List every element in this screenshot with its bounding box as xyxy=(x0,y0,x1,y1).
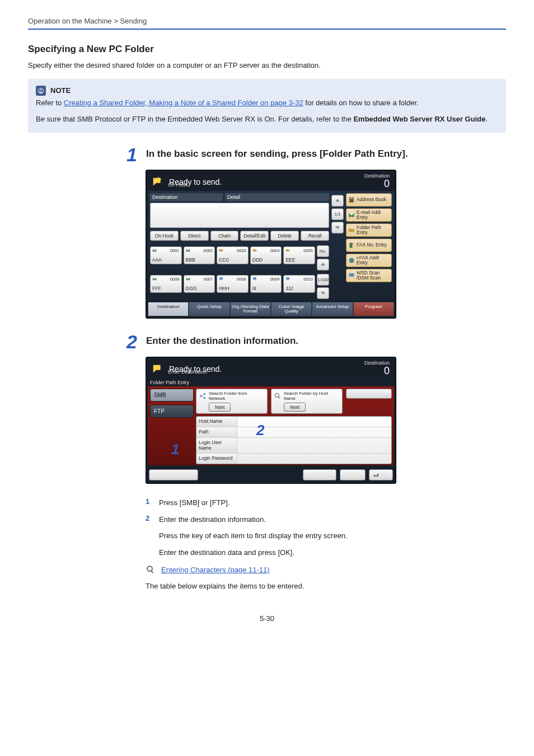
svg-point-12 xyxy=(349,258,354,263)
scroll-up[interactable] xyxy=(331,195,344,207)
field-value-host-name[interactable] xyxy=(237,417,391,427)
ready-subtitle-2: Enter Destination. xyxy=(168,369,208,375)
field-value-login-password[interactable] xyxy=(237,454,391,464)
pc-icon xyxy=(285,277,290,281)
pc-icon xyxy=(252,277,257,281)
mid-btn-recall[interactable]: Recall xyxy=(301,231,329,241)
substep-1-text: Press [SMB] or [FTP]. xyxy=(159,497,229,508)
scroll-up-2[interactable] xyxy=(317,259,329,270)
col-destination: Destination xyxy=(150,193,223,201)
tab-quick-setup[interactable]: Quick Setup xyxy=(189,302,229,317)
right-btn-icon xyxy=(348,197,355,203)
right-btn-address-book[interactable]: Address Book xyxy=(346,193,392,207)
field-value-login-user-name[interactable] xyxy=(237,438,391,453)
svg-rect-7 xyxy=(286,277,289,279)
svg-point-2 xyxy=(40,89,41,90)
step-2-number: 2 xyxy=(120,332,137,351)
mail-icon xyxy=(152,277,157,281)
shortcut-ggg[interactable]: 0007GGG xyxy=(184,275,216,293)
pc-icon xyxy=(219,277,223,281)
right-btn-icon xyxy=(348,257,355,264)
destination-list[interactable] xyxy=(150,203,329,228)
note-title: NOTE xyxy=(50,86,71,95)
scroll-down-2[interactable] xyxy=(317,287,329,299)
send-icon xyxy=(150,361,166,377)
shortcut-jjj[interactable]: 0010JJJ xyxy=(283,275,315,293)
next-dest-button[interactable]: Next Dest. xyxy=(303,469,336,480)
destination-count-2: 0 xyxy=(364,366,390,376)
svg-rect-6 xyxy=(254,279,255,280)
right-btn-folder-path-entry[interactable]: Folder Path Entry xyxy=(346,223,392,237)
next-button-network[interactable]: Next xyxy=(209,403,231,412)
note-box: NOTE Refer to Creating a Shared Folder, … xyxy=(28,79,506,133)
dest-no-button[interactable]: No. xyxy=(317,245,329,257)
search-folder-hostname[interactable]: Search Folder by Host Name Next xyxy=(271,389,343,414)
entering-characters-link[interactable]: Entering Characters (page 11-11) xyxy=(161,566,270,574)
shortcut-page: 1/100 xyxy=(317,274,329,286)
step-1-number: 1 xyxy=(120,145,137,164)
tab-destination[interactable]: Destination xyxy=(148,302,189,317)
folder-path-entry-title: Folder Path Entry xyxy=(148,378,394,386)
tab-smb[interactable]: SMB xyxy=(150,389,194,402)
mid-btn-chain[interactable]: Chain xyxy=(210,231,239,241)
tab-advanced-setup[interactable]: Advanced Setup xyxy=(312,302,353,317)
field-label-host-name[interactable]: Host Name xyxy=(196,417,237,427)
right-btn-icon xyxy=(348,242,355,249)
mail-icon xyxy=(152,248,157,253)
ready-subtitle: On Hook xyxy=(168,182,188,188)
note-icon xyxy=(36,86,46,96)
svg-rect-9 xyxy=(349,197,354,202)
mid-btn-detail-edit[interactable]: Detail/Edit xyxy=(240,231,269,241)
field-label-path[interactable]: Path xyxy=(196,427,237,437)
shortcut-ddd[interactable]: 0004DDD xyxy=(250,246,282,264)
shortcut-bbb[interactable]: 0002BBB xyxy=(184,246,216,264)
search-folder-network[interactable]: Search Folder from Network Next xyxy=(196,389,268,414)
svg-rect-13 xyxy=(349,273,354,277)
enter-icon xyxy=(373,472,378,478)
substep-2-number: 2 xyxy=(146,514,153,558)
right-btn-fax-no-entry[interactable]: FAX No. Entry xyxy=(346,239,392,252)
mid-btn-direct[interactable]: Direct xyxy=(180,231,209,241)
step-1-title: In the basic screen for sending, press [… xyxy=(146,145,408,160)
ok-button[interactable]: OK xyxy=(369,469,393,480)
shortcut-fff[interactable]: 0006FFF xyxy=(150,275,182,293)
note-line-2: Be sure that SMB Protocol or FTP in the … xyxy=(36,114,498,125)
shortcut-iii[interactable]: 0009III xyxy=(250,275,282,293)
shortcut-aaa[interactable]: 0001AAA xyxy=(150,246,182,264)
right-btn-wsd-scan-dsm-scan[interactable]: WSD Scan /DSM Scan xyxy=(346,269,392,282)
tab-ftp[interactable]: FTP xyxy=(150,405,194,418)
mid-btn-delete[interactable]: Delete xyxy=(270,231,299,241)
mail-icon xyxy=(186,248,190,253)
scroll-down[interactable] xyxy=(331,222,344,234)
right-btn-icon xyxy=(348,272,355,279)
substep-2-text: Enter the destination information. xyxy=(159,514,348,525)
breadcrumb: Operation on the Machine > Sending xyxy=(28,17,506,29)
field-label-login-user-name[interactable]: Login User Name xyxy=(196,438,237,453)
add-to-addr-book-button[interactable]: Add to Addr Book xyxy=(149,469,198,480)
svg-rect-10 xyxy=(350,198,353,199)
shortcut-hhh[interactable]: 0008HHH xyxy=(217,275,249,293)
col-detail: Detail xyxy=(225,193,329,201)
shortcut-ccc[interactable]: 0003CCC xyxy=(217,246,249,264)
note-link-shared-folder[interactable]: Creating a Shared Folder, Making a Note … xyxy=(64,99,303,107)
right-btn-e-mail-addr-entry[interactable]: E-mail Addr Entry xyxy=(346,208,392,222)
svg-rect-4 xyxy=(221,279,222,280)
cancel-button[interactable]: Cancel xyxy=(340,469,366,480)
svg-rect-5 xyxy=(253,277,256,279)
shortcut-eee[interactable]: 0005EEE xyxy=(283,246,315,264)
intro-text: Specify either the desired shared folder… xyxy=(28,60,506,71)
tab-program[interactable]: Program xyxy=(353,302,394,317)
svg-point-16 xyxy=(204,397,206,399)
svg-rect-8 xyxy=(287,279,288,280)
field-value-path[interactable] xyxy=(237,427,391,437)
tab-org-sending-data-format[interactable]: Org./Sending Data Format xyxy=(230,302,271,317)
field-label-login-password[interactable]: Login Password xyxy=(196,454,237,464)
send-icon xyxy=(150,174,166,190)
right-btn-i-fax-addr-entry[interactable]: i-FAX Addr Entry xyxy=(346,254,392,267)
dest-page: 1/1 xyxy=(331,208,344,220)
next-button-hostname[interactable]: Next xyxy=(284,403,306,412)
network-icon xyxy=(199,392,207,400)
connection-test-button[interactable]: Connection Test xyxy=(346,389,392,398)
mid-btn-on-hook[interactable]: On Hook xyxy=(150,231,179,241)
tab-color-image-quality[interactable]: Color/ Image Quality xyxy=(271,302,312,317)
